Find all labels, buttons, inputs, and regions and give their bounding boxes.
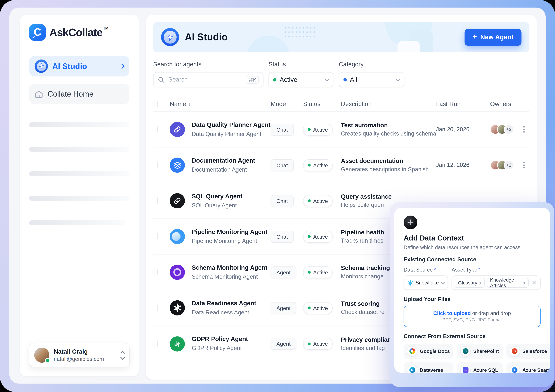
upload-cta: Click to upload or drag and drop (433, 311, 511, 316)
connect-source-salesforce-button[interactable]: SSalesforce (506, 344, 550, 359)
description-title: Test automation (341, 122, 436, 129)
mode-pill: Chat (271, 195, 294, 207)
search-icon (158, 76, 164, 83)
user-avatar (34, 348, 49, 363)
data-source-select[interactable]: Snowflake (404, 275, 448, 290)
account-switcher-icon[interactable] (121, 351, 124, 359)
category-select[interactable]: All (339, 72, 404, 87)
column-label: Mode (271, 100, 286, 108)
asset-type-field[interactable]: GlossaryxKnowledge Articlesx ✕ (452, 275, 540, 290)
azure-sql-icon: S (461, 365, 470, 373)
active-dot (308, 200, 311, 202)
chip-remove-icon[interactable]: x (479, 280, 481, 285)
column-header-description: Description (341, 100, 436, 108)
connect-source-google-docs-button[interactable]: Google Docs (404, 344, 453, 359)
description-title: Query assistance (341, 193, 436, 200)
status-value: Active (280, 76, 297, 83)
status-text: Active (313, 341, 328, 347)
ring-icon (173, 268, 181, 276)
row-menu-icon[interactable] (519, 125, 529, 134)
row-checkbox[interactable] (157, 162, 158, 168)
sidebar-item-collate-home[interactable]: Collate Home (29, 84, 129, 104)
new-agent-label: New Agent (480, 33, 514, 41)
agent-name[interactable]: Data Quality Planner Agent (192, 121, 270, 129)
column-label: Description (341, 100, 372, 108)
search-field[interactable]: ⌘K (153, 72, 263, 87)
azure-search-icon: ◗ (510, 365, 519, 373)
mode-pill: Agent (271, 302, 296, 314)
page-title: AI Studio (185, 31, 228, 43)
owners-more-badge: +2 (504, 160, 514, 170)
row-checkbox[interactable] (157, 304, 158, 311)
connect-source-azure-search-button[interactable]: ◗Azure Search (506, 362, 550, 373)
chevron-down-icon (325, 77, 329, 81)
plus-icon: + (472, 32, 477, 42)
row-checkbox[interactable] (157, 126, 158, 133)
active-dot (308, 164, 311, 167)
row-checkbox[interactable] (157, 233, 158, 240)
column-header-name[interactable]: Name ↓ (170, 100, 271, 108)
agent-name[interactable]: Documentation Agent (192, 157, 255, 165)
label-text: Asset Type (452, 267, 477, 273)
row-checkbox[interactable] (157, 197, 158, 204)
sort-arrow-icon: ↓ (188, 101, 191, 107)
agent-name[interactable]: SQL Query Agent (192, 192, 242, 200)
data-source-value: Snowflake (416, 280, 439, 286)
user-profile-card[interactable]: Natali Craig natali@geniples.com (29, 343, 129, 367)
online-status-dot (45, 358, 50, 363)
status-badge: Active (303, 266, 333, 278)
category-filter-label: Category (339, 61, 404, 68)
row-checkbox[interactable] (157, 340, 158, 347)
bolt-icon (37, 61, 46, 71)
agent-avatar-ring-icon (170, 265, 185, 280)
click-to-upload-link[interactable]: Click to upload (433, 311, 471, 316)
agent-avatar-link-icon (170, 122, 185, 137)
owners-more-badge: +2 (504, 125, 514, 134)
select-all-checkbox[interactable] (157, 100, 158, 107)
arrows-icon (174, 340, 181, 347)
last-run-date: Jan 12, 2026 (436, 162, 469, 168)
connect-source-dataverse-button[interactable]: DDataverse (404, 362, 453, 373)
source-label: Google Docs (420, 348, 450, 354)
row-checkbox[interactable] (157, 269, 158, 275)
page-header-banner: AI Studio + New Agent (153, 22, 529, 52)
new-agent-button[interactable]: + New Agent (465, 29, 522, 45)
row-menu-icon[interactable] (519, 161, 529, 170)
mode-pill: Agent (271, 338, 296, 350)
status-select[interactable]: Active (269, 72, 333, 87)
agent-subtitle: SQL Query Agent (192, 201, 242, 209)
agent-name[interactable]: GDPR Policy Agent (192, 335, 248, 343)
chip-remove-icon[interactable]: x (523, 280, 525, 285)
ai-studio-page-icon (161, 28, 179, 46)
agent-name[interactable]: Pipeline Monitoring Agent (192, 228, 267, 236)
connect-source-azure-sql-button[interactable]: SAzure SQL (457, 362, 503, 373)
brand-name-wrap: AskCollateTM (49, 24, 109, 41)
active-dot (308, 271, 311, 274)
connect-source-sharepoint-button[interactable]: SSharePoint (457, 344, 503, 359)
active-dot (308, 128, 311, 131)
field-labels: Data Source* Asset Type* (404, 267, 541, 273)
file-upload-dropzone[interactable]: Click to upload or drag and drop PDF, SV… (404, 306, 541, 327)
agent-subtitle: Data Quality Planner Agent (192, 130, 270, 138)
agent-name[interactable]: Schema Monitoring Agent (192, 264, 267, 272)
description-sub: Creates quality checks using schema (341, 131, 436, 137)
modal-title: Add Data Context (404, 234, 541, 242)
clear-all-icon[interactable]: ✕ (531, 279, 537, 286)
table-row[interactable]: Documentation AgentDocumentation AgentCh… (153, 148, 529, 183)
app-canvas: C AskCollateTM AI Studio (9, 7, 546, 384)
search-input[interactable] (168, 76, 243, 84)
filters-row: Search for agents ⌘K Status Active (153, 61, 529, 87)
column-header-status: Status (303, 100, 341, 108)
agent-subtitle: Schema Monitoring Agent (192, 273, 267, 281)
brand-glyph (409, 348, 415, 354)
table-row[interactable]: Data Quality Planner AgentData Quality P… (153, 112, 529, 148)
source-label: Dataverse (420, 367, 443, 373)
agent-name[interactable]: Data Readiness Agent (192, 300, 256, 307)
sidebar-item-ai-studio[interactable]: AI Studio (29, 56, 129, 76)
asset-type-chip[interactable]: Glossaryx (455, 278, 485, 288)
user-email: natali@geniples.com (54, 355, 104, 362)
chevron-down-icon (440, 280, 445, 284)
asset-type-chip[interactable]: Knowledge Articlesx (487, 278, 529, 288)
bolt-icon (164, 30, 176, 44)
skeleton-bar (29, 220, 125, 225)
